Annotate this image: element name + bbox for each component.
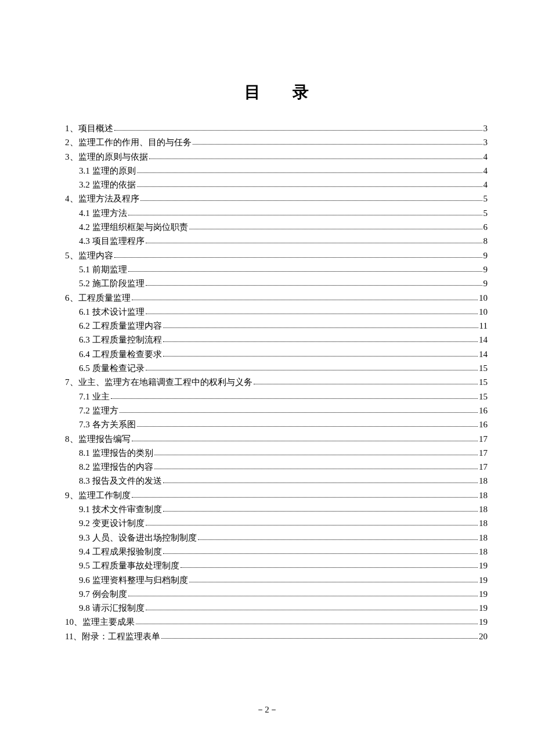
toc-entry-page: 3 <box>484 124 488 133</box>
toc-leader-dots <box>146 370 478 370</box>
toc-entry: 8.2 监理报告的内容 17 <box>65 463 488 471</box>
toc-leader-dots <box>189 229 482 229</box>
toc-entry: 11、附录：工程监理表单20 <box>65 632 488 641</box>
toc-leader-dots <box>254 384 478 384</box>
toc-entry-label: 3.2 监理的依据 <box>79 181 136 189</box>
toc-entry: 8、监理报告编写17 <box>65 435 488 444</box>
toc-leader-dots <box>163 483 478 483</box>
toc-entry-page: 19 <box>479 618 488 627</box>
toc-entry-label: 7.3 各方关系图 <box>79 420 136 429</box>
toc-entry-label: 6.2 工程质量监理内容 <box>79 322 162 330</box>
toc-entry: 5.2 施工阶段监理 9 <box>65 279 488 288</box>
toc-leader-dots <box>154 469 478 469</box>
toc-entry: 9、监理工作制度18 <box>65 491 488 500</box>
toc-entry-label: 10、监理主要成果 <box>65 618 135 627</box>
toc-entry: 7.2 监理方 16 <box>65 406 488 415</box>
toc-leader-dots <box>163 341 478 342</box>
toc-entry: 10、监理主要成果19 <box>65 618 488 627</box>
toc-entry-page: 14 <box>479 350 488 359</box>
toc-leader-dots <box>146 243 482 243</box>
toc-entry-label: 6.5 质量检查记录 <box>79 364 145 373</box>
toc-entry-label: 1、项目概述 <box>65 124 113 133</box>
toc-entry: 8.1 监理报告的类别 17 <box>65 449 488 458</box>
toc-entry-label: 4.2 监理组织框架与岗位职责 <box>79 223 188 232</box>
toc-entry-page: 18 <box>479 477 488 485</box>
toc-entry-page: 19 <box>479 604 488 613</box>
toc-entry-page: 17 <box>479 463 488 471</box>
toc-entry: 1、项目概述3 <box>65 124 488 133</box>
toc-entry: 9.7 例会制度 19 <box>65 590 488 599</box>
toc-leader-dots <box>132 497 478 498</box>
toc-leader-dots <box>132 441 478 441</box>
toc-entry-page: 17 <box>479 435 488 444</box>
toc-entry-page: 5 <box>484 195 488 203</box>
toc-leader-dots <box>146 314 478 314</box>
toc-entry-label: 6、工程质量监理 <box>65 294 131 303</box>
toc-entry: 3.2 监理的依据 4 <box>65 181 488 189</box>
toc-leader-dots <box>193 144 482 145</box>
toc-entry: 9.1 技术文件审查制度 18 <box>65 505 488 514</box>
toc-entry: 2、监理工作的作用、目的与任务3 <box>65 138 488 147</box>
toc-entry-label: 5.1 前期监理 <box>79 265 127 274</box>
toc-leader-dots <box>163 327 478 328</box>
toc-entry-label: 7.2 监理方 <box>79 406 118 415</box>
toc-leader-dots <box>161 638 478 639</box>
toc-entry: 5.1 前期监理 9 <box>65 265 488 274</box>
toc-entry-label: 4、监理方法及程序 <box>65 195 139 203</box>
toc-entry-page: 18 <box>479 491 488 500</box>
toc-entry-label: 9.2 变更设计制度 <box>79 519 145 528</box>
toc-entry: 7、业主、监理方在地籍调查工程中的权利与义务15 <box>65 378 488 387</box>
toc-entry: 5、监理内容9 <box>65 251 488 260</box>
toc-entry: 8.3 报告及文件的发送 18 <box>65 477 488 485</box>
toc-entry-label: 8.2 监理报告的内容 <box>79 463 153 471</box>
toc-leader-dots <box>198 539 478 540</box>
toc-entry: 4.2 监理组织框架与岗位职责 6 <box>65 223 488 232</box>
toc-entry-page: 6 <box>484 223 488 232</box>
toc-entry: 4.1 监理方法 5 <box>65 209 488 218</box>
table-of-contents: 1、项目概述32、监理工作的作用、目的与任务33、监理的原则与依据43.1 监理… <box>65 124 488 641</box>
toc-entry: 4.3 项目监理程序 8 <box>65 237 488 246</box>
toc-entry-label: 3.1 监理的原则 <box>79 167 136 175</box>
toc-entry-page: 9 <box>484 279 488 288</box>
toc-entry: 3.1 监理的原则 4 <box>65 167 488 175</box>
toc-entry-label: 4.3 项目监理程序 <box>79 237 145 246</box>
document-page: 目 录 1、项目概述32、监理工作的作用、目的与任务33、监理的原则与依据43.… <box>0 0 534 641</box>
toc-entry-page: 15 <box>479 364 488 373</box>
toc-entry-label: 9.7 例会制度 <box>79 590 127 599</box>
toc-leader-dots <box>163 511 478 512</box>
toc-entry-page: 16 <box>479 406 488 415</box>
toc-entry-label: 5.2 施工阶段监理 <box>79 279 145 288</box>
toc-entry-label: 7、业主、监理方在地籍调查工程中的权利与义务 <box>65 378 252 387</box>
toc-entry-label: 8.3 报告及文件的发送 <box>79 477 162 485</box>
toc-entry-page: 18 <box>479 534 488 542</box>
toc-entry: 9.4 工程成果报验制度 18 <box>65 548 488 556</box>
toc-entry-page: 18 <box>479 548 488 556</box>
toc-entry-page: 15 <box>479 393 488 401</box>
toc-leader-dots <box>137 426 478 427</box>
toc-entry-page: 4 <box>484 181 488 189</box>
toc-leader-dots <box>114 257 482 258</box>
toc-entry-page: 16 <box>479 420 488 429</box>
toc-entry-page: 19 <box>479 590 488 599</box>
toc-entry-page: 10 <box>479 294 488 303</box>
toc-leader-dots <box>120 412 478 413</box>
toc-entry-label: 9、监理工作制度 <box>65 491 131 500</box>
toc-entry-label: 6.3 工程质量控制流程 <box>79 336 162 344</box>
toc-entry-page: 14 <box>479 336 488 344</box>
toc-entry: 7.3 各方关系图 16 <box>65 420 488 429</box>
toc-entry: 7.1 业主 15 <box>65 393 488 401</box>
toc-entry-page: 9 <box>484 265 488 274</box>
toc-entry-label: 9.3 人员、设备进出场控制制度 <box>79 534 197 542</box>
toc-entry-label: 6.4 工程质量检查要求 <box>79 350 162 359</box>
toc-leader-dots <box>146 525 478 525</box>
toc-entry-label: 9.5 工程质量事故处理制度 <box>79 561 179 570</box>
toc-entry: 9.8 请示汇报制度 19 <box>65 604 488 613</box>
toc-leader-dots <box>128 215 482 215</box>
toc-entry-label: 4.1 监理方法 <box>79 209 127 218</box>
toc-entry: 6.3 工程质量控制流程 14 <box>65 336 488 344</box>
toc-entry-label: 2、监理工作的作用、目的与任务 <box>65 138 192 147</box>
toc-leader-dots <box>146 285 482 286</box>
toc-entry: 6.5 质量检查记录 15 <box>65 364 488 373</box>
toc-entry-page: 5 <box>484 209 488 218</box>
toc-title: 目 录 <box>65 81 488 103</box>
